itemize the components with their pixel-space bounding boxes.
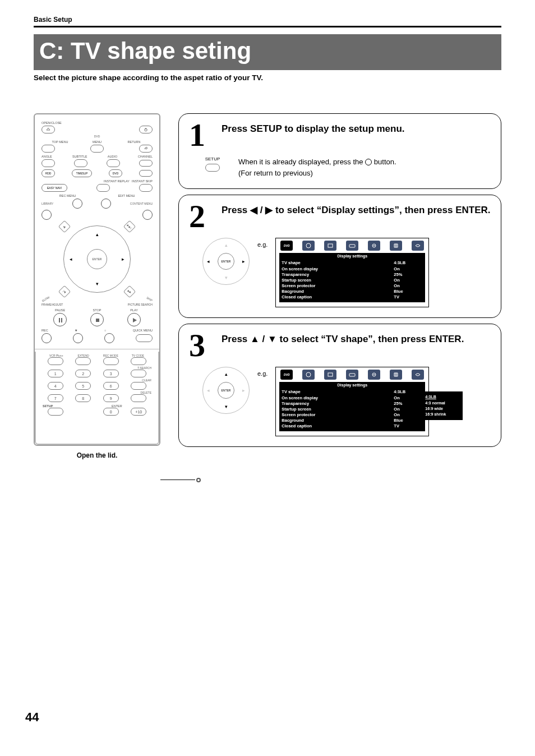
stop-button[interactable] (90, 313, 104, 326)
audio-button[interactable] (107, 159, 120, 167)
label-quick-menu: QUICK MENU (133, 329, 153, 332)
label-stop: STOP (79, 308, 116, 312)
delete-button[interactable] (131, 394, 146, 402)
search-fwd-icon[interactable]: ▶▶ (123, 285, 136, 298)
num-3-button[interactable]: 3 (103, 370, 119, 377)
label-picture-search: PICTURE SEARCH (128, 303, 153, 306)
svg-rect-2 (59, 318, 60, 322)
timeslip-button[interactable]: TIMESLIP (72, 169, 92, 177)
num-8-button[interactable]: 8 (75, 394, 91, 402)
dpad-left-icon[interactable]: ◂ (70, 256, 72, 262)
content-menu-button[interactable] (142, 210, 153, 220)
dvd-button[interactable]: DVD (109, 169, 122, 177)
num-6-button[interactable]: 6 (103, 382, 119, 390)
plus10-button[interactable]: +10 (131, 408, 146, 416)
subtitle-button[interactable] (74, 159, 87, 167)
remote-lid-area: VCR Plus+ EXTEND REC MODE TV CODE T.SEAR… (35, 352, 159, 445)
label-dvd: DVD (41, 135, 153, 138)
dpad[interactable]: ◀| ▶▶| |◀ ▶▶ ▴ ▾ ◂ ▸ ENTER (63, 225, 131, 293)
step-3: 3 Press ▲ / ▼ to select “TV shape”, then… (178, 324, 501, 447)
osd-list: TV shape4:3LB On screen displayOn Transp… (279, 259, 425, 302)
power-button[interactable] (139, 126, 153, 133)
num-0-button[interactable]: 0 (103, 408, 119, 416)
quick-menu-button[interactable] (136, 334, 153, 342)
dpad-up-icon[interactable]: ▴ (96, 232, 99, 237)
num-7-button[interactable]: 7 (48, 394, 63, 402)
circle-button[interactable] (104, 333, 114, 343)
label-content-menu: CONTENT MENU (130, 202, 153, 205)
label-channel: CHANNEL (138, 155, 153, 158)
num-4-button[interactable]: 4 (48, 382, 63, 390)
osd-tab-icon (324, 370, 336, 380)
frame-rev-icon[interactable]: |◀ (58, 285, 71, 298)
osd-tab-icon (346, 370, 358, 380)
step-3-title: Press ▲ / ▼ to select “TV shape”, then p… (222, 331, 464, 346)
open-close-button[interactable] (41, 126, 55, 133)
label-instant-skip: INSTANT SKIP (132, 179, 153, 183)
top-menu-button[interactable] (41, 145, 55, 153)
label-subtitle: SUBTITLE (72, 155, 87, 158)
library-button[interactable] (41, 210, 52, 220)
rec-mode-button[interactable] (103, 357, 119, 365)
play-button[interactable] (127, 313, 141, 326)
slow-rev-icon[interactable]: ◀| (58, 220, 71, 233)
page-title: C: TV shape seting (34, 34, 501, 70)
tsearch-button[interactable] (131, 370, 146, 377)
easy-navi-button[interactable]: EASY NAVI (41, 184, 67, 192)
channel-down-button[interactable] (139, 170, 153, 177)
left-arrow-icon: ◀ (250, 205, 257, 215)
enter-button[interactable]: ENTER (87, 249, 107, 269)
angle-button[interactable] (41, 159, 55, 167)
step-2-title: Press ◀ / ▶ to select “Display settings”… (222, 202, 491, 217)
down-arrow-icon: ▼ (268, 334, 277, 344)
label-rec: REC (41, 329, 48, 332)
steps-column: 1 Press SETUP to display the setup menu.… (178, 113, 501, 453)
osd-tab-icon (324, 241, 336, 251)
svg-point-5 (306, 243, 311, 248)
star-button[interactable] (73, 333, 83, 343)
step-1-number: 1 (189, 121, 214, 150)
setup-button-diagram: SETUP (199, 156, 226, 172)
instant-replay-button[interactable] (96, 184, 110, 192)
svg-rect-6 (328, 244, 333, 247)
menu-button[interactable] (90, 145, 104, 153)
step-1: 1 Press SETUP to display the setup menu.… (178, 113, 501, 189)
label-pause: PAUSE (41, 308, 79, 312)
dpad-down-icon[interactable]: ▾ (96, 281, 99, 287)
osd-heading: Display settings (279, 253, 425, 259)
edit-menu-button[interactable] (101, 199, 111, 209)
dpad-right-icon[interactable]: ▸ (122, 256, 124, 262)
num-1-button[interactable]: 1 (48, 370, 63, 377)
svg-rect-10 (328, 373, 333, 376)
step-3-number: 3 (189, 331, 214, 360)
vcrplus-button[interactable] (48, 357, 63, 365)
extend-button[interactable] (75, 357, 91, 365)
return-button[interactable] (139, 145, 153, 153)
step-2: 2 Press ◀ / ▶ to select “Display setting… (178, 195, 501, 318)
label-top-menu: TOP MENU (41, 140, 79, 144)
tv-code-button[interactable] (131, 357, 146, 365)
num-2-button[interactable]: 2 (75, 370, 91, 377)
channel-up-button[interactable] (139, 160, 153, 167)
instant-skip-button[interactable] (139, 184, 153, 192)
eg-label: e.g. (257, 370, 268, 377)
osd-tab-icon (302, 370, 315, 380)
clear-button[interactable] (131, 382, 146, 390)
osd-tab-icon (390, 241, 402, 251)
osd-tab-icon (368, 370, 380, 380)
rec-menu-button[interactable] (72, 199, 82, 209)
hdd-button[interactable]: HDD (41, 169, 55, 177)
label-angle: ANGLE (41, 155, 52, 158)
num-5-button[interactable]: 5 (75, 382, 91, 390)
pause-button[interactable] (53, 313, 67, 326)
num-9-button[interactable]: 9 (103, 394, 119, 402)
skip-fwd-icon[interactable]: ▶▶| (123, 220, 136, 233)
remote-outline: OPEN/CLOSE DVD TOP MENUMENURETURN ANGLES… (34, 113, 160, 446)
connector-line (160, 480, 195, 480)
lead-text: Select the picture shape according to th… (34, 73, 501, 82)
setup-button[interactable] (48, 408, 63, 416)
label-audio: AUDIO (108, 155, 117, 158)
right-arrow-icon: ▶ (265, 205, 273, 215)
rec-button[interactable] (41, 333, 52, 343)
tv-shape-popup: 4:3LB 4:3 normal 16:9 wide 16:9 shrink (421, 391, 463, 420)
